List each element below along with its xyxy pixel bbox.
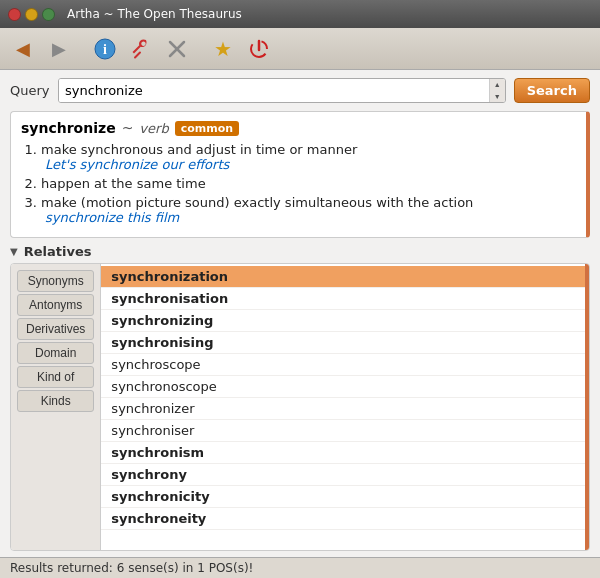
definition-area: synchronize ~ verb common make synchrono… xyxy=(10,111,590,238)
info-icon: i xyxy=(93,37,117,61)
tab-derivatives[interactable]: Derivatives xyxy=(17,318,94,340)
window-title: Artha ~ The Open Thesaurus xyxy=(67,7,242,21)
tab-kinds[interactable]: Kinds xyxy=(17,390,94,412)
definition-sense-3: make (motion picture sound) exactly simu… xyxy=(41,195,576,225)
tab-kind-of[interactable]: Kind of xyxy=(17,366,94,388)
list-item[interactable]: synchronicity xyxy=(101,486,585,508)
back-icon: ◀ xyxy=(16,38,30,60)
spinner-down[interactable]: ▼ xyxy=(490,91,505,103)
close-icon xyxy=(165,37,189,61)
query-spinner: ▲ ▼ xyxy=(489,79,505,102)
definition-word: synchronize xyxy=(21,120,116,136)
relatives-sidebar: Synonyms Antonyms Derivatives Domain Kin… xyxy=(11,264,101,550)
info-button[interactable]: i xyxy=(90,34,120,64)
back-button[interactable]: ◀ xyxy=(8,34,38,64)
statusbar: Results returned: 6 sense(s) in 1 POS(s)… xyxy=(0,557,600,578)
relatives-body: Synonyms Antonyms Derivatives Domain Kin… xyxy=(10,263,590,551)
query-input-wrap: ▲ ▼ xyxy=(58,78,506,103)
query-label: Query xyxy=(10,83,50,98)
list-item[interactable]: synchrony xyxy=(101,464,585,486)
list-item[interactable]: synchronising xyxy=(101,332,585,354)
settings-icon xyxy=(129,37,153,61)
toolbar: ◀ ▶ i ★ xyxy=(0,28,600,70)
titlebar-buttons xyxy=(8,8,55,21)
list-item[interactable]: synchronoscope xyxy=(101,376,585,398)
tab-antonyms[interactable]: Antonyms xyxy=(17,294,94,316)
definition-tilde: ~ xyxy=(122,120,134,136)
close-button[interactable] xyxy=(8,8,21,21)
list-item[interactable]: synchroneity xyxy=(101,508,585,530)
list-item[interactable]: synchronizing xyxy=(101,310,585,332)
definition-sense-2: happen at the same time xyxy=(41,176,576,191)
relatives-list-wrap: synchronization synchronisation synchron… xyxy=(101,264,589,550)
definition-pos: verb xyxy=(139,121,168,136)
maximize-button[interactable] xyxy=(42,8,55,21)
list-item[interactable]: synchroscope xyxy=(101,354,585,376)
sense-2-text: happen at the same time xyxy=(41,176,206,191)
list-item[interactable]: synchroniser xyxy=(101,420,585,442)
sense-1-example[interactable]: Let's synchronize our efforts xyxy=(45,157,229,172)
sense-3-example[interactable]: synchronize this film xyxy=(45,210,179,225)
search-button[interactable]: Search xyxy=(514,78,590,103)
sense-1-text: make synchronous and adjust in time or m… xyxy=(41,142,357,157)
relatives-header[interactable]: ▼ Relatives xyxy=(10,244,590,259)
titlebar: Artha ~ The Open Thesaurus xyxy=(0,0,600,28)
definition-sense-1: make synchronous and adjust in time or m… xyxy=(41,142,576,172)
svg-text:i: i xyxy=(103,42,107,57)
tab-synonyms[interactable]: Synonyms xyxy=(17,270,94,292)
quit-button[interactable] xyxy=(244,34,274,64)
relatives-list: synchronization synchronisation synchron… xyxy=(101,264,585,532)
forward-button[interactable]: ▶ xyxy=(44,34,74,64)
star-icon: ★ xyxy=(214,37,232,61)
relatives-title: Relatives xyxy=(24,244,92,259)
sense-3-text: make (motion picture sound) exactly simu… xyxy=(41,195,473,210)
forward-icon: ▶ xyxy=(52,38,66,60)
definition-header: synchronize ~ verb common xyxy=(21,120,576,136)
settings-button[interactable] xyxy=(126,34,156,64)
list-item[interactable]: synchronism xyxy=(101,442,585,464)
close-app-button[interactable] xyxy=(162,34,192,64)
definition-list: make synchronous and adjust in time or m… xyxy=(21,142,576,225)
minimize-button[interactable] xyxy=(25,8,38,21)
list-item[interactable]: synchronizer xyxy=(101,398,585,420)
relatives-section: ▼ Relatives Synonyms Antonyms Derivative… xyxy=(10,244,590,551)
collapse-icon: ▼ xyxy=(10,246,18,257)
tab-domain[interactable]: Domain xyxy=(17,342,94,364)
query-input[interactable] xyxy=(59,79,489,102)
spinner-up[interactable]: ▲ xyxy=(490,79,505,91)
list-item[interactable]: synchronization xyxy=(101,266,585,288)
querybar: Query ▲ ▼ Search xyxy=(0,70,600,111)
power-icon xyxy=(247,37,271,61)
status-text: Results returned: 6 sense(s) in 1 POS(s)… xyxy=(10,561,253,575)
common-badge: common xyxy=(175,121,239,136)
list-item[interactable]: synchronisation xyxy=(101,288,585,310)
favorite-button[interactable]: ★ xyxy=(208,34,238,64)
